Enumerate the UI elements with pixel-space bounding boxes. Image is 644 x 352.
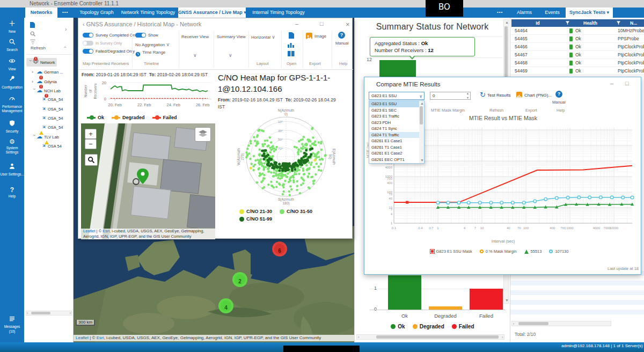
tree-expander-icon[interactable]: ›: [30, 88, 39, 93]
esri-link[interactable]: Esri: [97, 335, 104, 340]
legend-item-c-no-51-99[interactable]: C/NO 51-99: [239, 216, 272, 222]
sidebar-item-view[interactable]: View: [0, 57, 24, 71]
test-results-button[interactable]: Test Results: [487, 93, 511, 98]
help-icon[interactable]: ?: [338, 32, 345, 39]
dropdown-scrollbar-thumb[interactable]: [420, 106, 423, 124]
legend-item-55513[interactable]: 55513: [524, 249, 542, 254]
receiver-view-dropdown[interactable]: Receiver View: [181, 34, 209, 39]
sidebar-item-security[interactable]: Security: [0, 119, 24, 134]
dropdown-option-g8261-e1-case2[interactable]: G8261 E1 Case2: [369, 150, 419, 157]
tree-item-network[interactable]: ›Network!: [26, 58, 57, 67]
legend-item-g823-e1-ssu-mask[interactable]: G823 E1 SSU Mask: [430, 249, 472, 254]
legend-item-degraded[interactable]: Degraded: [413, 324, 444, 329]
satellite-minimap[interactable]: + − Leaflet | © Esri, i-cubed, USDA, USG…: [81, 123, 215, 239]
toggle-survey-completed-only[interactable]: [83, 33, 93, 38]
leaflet-link[interactable]: Leaflet: [76, 335, 89, 340]
tree-expander-icon[interactable]: ›: [30, 135, 39, 140]
table-row[interactable]: 54467OkPtpClockProbe: [510, 51, 644, 59]
legend-item-failed[interactable]: Failed: [452, 324, 474, 329]
toggle-failed-degraded-only[interactable]: [83, 49, 93, 54]
sidebar-item-new[interactable]: New: [0, 19, 24, 34]
col-header-id[interactable]: Id: [511, 19, 564, 27]
toggle-in-survey-only[interactable]: [83, 41, 93, 46]
summary-hscrollbar-thumb[interactable]: [376, 335, 499, 339]
tab-internal-timing-topology[interactable]: Internal Timing Topology: [250, 8, 307, 18]
legend-item-107130[interactable]: 107130: [549, 249, 568, 254]
legend-item-degraded[interactable]: Degraded: [112, 115, 145, 120]
legend-item-c-no-31-50[interactable]: C/NO 31-50: [280, 209, 312, 214]
time-range-icon[interactable]: [135, 49, 141, 59]
legend-item-ok[interactable]: Ok: [87, 115, 104, 120]
tab-topology-graph[interactable]: Topology Graph: [75, 8, 118, 18]
open-report-icon[interactable]: [288, 49, 295, 58]
dialog-help-icon[interactable]: ?: [555, 91, 562, 98]
summary-view-chevron-icon[interactable]: ∨: [229, 53, 232, 58]
dialog-manual-button[interactable]: Manual: [552, 100, 566, 105]
sidebar-item-help[interactable]: ?Help: [0, 187, 24, 199]
tab-syncjack-tests[interactable]: SyncJack Tests ▾: [566, 8, 613, 18]
time-range-button[interactable]: Time Range: [142, 50, 165, 55]
back-chevron-icon[interactable]: ‹: [83, 21, 85, 27]
table-row[interactable]: 54468OkPtpClockProbe: [510, 59, 644, 67]
tree-expander-icon[interactable]: ›: [32, 77, 36, 86]
legend-item-ok[interactable]: Ok: [391, 324, 405, 329]
map-cluster-marker-2[interactable]: 2: [232, 272, 247, 287]
tab-events[interactable]: Events: [539, 8, 566, 18]
networks-menu-icon[interactable]: •••: [62, 8, 68, 18]
mask-margin-input[interactable]: 0 ▲▼: [430, 92, 471, 100]
leaflet-link[interactable]: Leaflet: [83, 229, 96, 233]
filter-funnel-icon[interactable]: [566, 21, 569, 25]
export-chart-button[interactable]: Chart (PNG)...: [524, 93, 552, 98]
dialog-maximize-button[interactable]: □: [625, 80, 629, 86]
tree-toolbar-expand-icon[interactable]: ›: [65, 26, 67, 32]
refresh-icon[interactable]: ↻: [480, 91, 486, 99]
tab-network-timing-topology[interactable]: Network Timing Topology: [120, 8, 176, 18]
summary-bar-ok[interactable]: [388, 275, 421, 310]
tree-hscrollbar-thumb[interactable]: [31, 312, 50, 314]
table-row[interactable]: 54464Ok10MHzProbe: [510, 27, 644, 35]
dropdown-option-g823-e1-sec[interactable]: G823 E1 SEC: [369, 107, 419, 114]
sidebar-item-configuration[interactable]: Configuration: [0, 75, 24, 90]
tab-networks[interactable]: Networks: [25, 8, 57, 18]
combo-chevron-icon[interactable]: ∨: [419, 93, 422, 100]
dialog-minimize-button[interactable]: –: [610, 80, 613, 86]
tree-item-osa-54[interactable]: ✈OSA_54: [37, 105, 63, 113]
tree-item-gdynia[interactable]: ›☁Gdynia!: [32, 77, 57, 85]
tree-hscrollbar[interactable]: ‹›: [26, 311, 72, 316]
export-chart-icon[interactable]: [516, 92, 522, 98]
tree-item-osa-54[interactable]: ✈OSA_54: [37, 114, 63, 122]
col-header-name[interactable]: N...: [615, 19, 644, 27]
tree-item-osa-54[interactable]: ✈OSA_54: [37, 123, 63, 131]
export-image-icon[interactable]: [306, 33, 312, 39]
summary-bar-failed[interactable]: [470, 289, 503, 310]
table-row[interactable]: 54466OkPtpClockProbe: [510, 43, 644, 51]
tree-expander-icon[interactable]: ›: [32, 68, 36, 76]
dropdown-option-g8261-t1-case1[interactable]: G8261 T1 Case1: [369, 144, 419, 151]
dropdown-scrollbar[interactable]: ▲▼: [419, 101, 424, 163]
mask-select-combo[interactable]: G823 E1 SSU ∨: [369, 92, 425, 100]
dropdown-option-g824-t1-traffic[interactable]: G824 T1 Traffic: [369, 132, 419, 138]
sidebar-item-messages[interactable]: Messages(10): [0, 314, 24, 333]
dropdown-option-g824-t1-sync[interactable]: G824 T1 Sync: [369, 126, 419, 132]
legend-item-failed[interactable]: Failed: [152, 115, 177, 120]
sidebar-item-system-settings[interactable]: ⚙System Settings: [0, 138, 24, 154]
tree-item-nch-lab[interactable]: ›☁NCH Lab!: [32, 86, 61, 94]
col-header-health[interactable]: Health: [564, 19, 615, 27]
dropdown-option-g823-e1-traffic[interactable]: G823 E1 Traffic: [369, 113, 419, 120]
receiver-view-chevron-icon[interactable]: ∨: [193, 53, 197, 58]
syncjack-hscrollbar[interactable]: ‹: [511, 321, 611, 326]
dropdown-option-g823-e1-ssu[interactable]: G823 E1 SSU: [369, 101, 419, 107]
aggregation-dropdown[interactable]: No Aggregation ∨: [135, 42, 170, 47]
tree-item-osa-54[interactable]: ✈OSA_54!: [37, 95, 63, 104]
export-image-button[interactable]: Image: [314, 34, 326, 39]
tab-alarms[interactable]: Alarms: [511, 8, 538, 18]
window-close-button[interactable]: ×: [346, 20, 350, 28]
tab-gnss-assurance-live-map[interactable]: GNSS Assurance / Live Map ▾: [178, 8, 246, 18]
tree-item-osa-54[interactable]: ✈OSA 54: [37, 142, 62, 150]
dropdown-option-g8261-e1-case1[interactable]: G8261 E1 Case1: [369, 138, 419, 144]
tree-expander-icon[interactable]: ›: [26, 60, 35, 65]
legend-item-0-mask-margin[interactable]: 0 % Mask Margin: [480, 249, 517, 254]
sidebar-item-search[interactable]: Search: [0, 38, 24, 52]
minimap-search-button[interactable]: [85, 154, 98, 166]
filter-funnel-icon[interactable]: [617, 21, 620, 25]
